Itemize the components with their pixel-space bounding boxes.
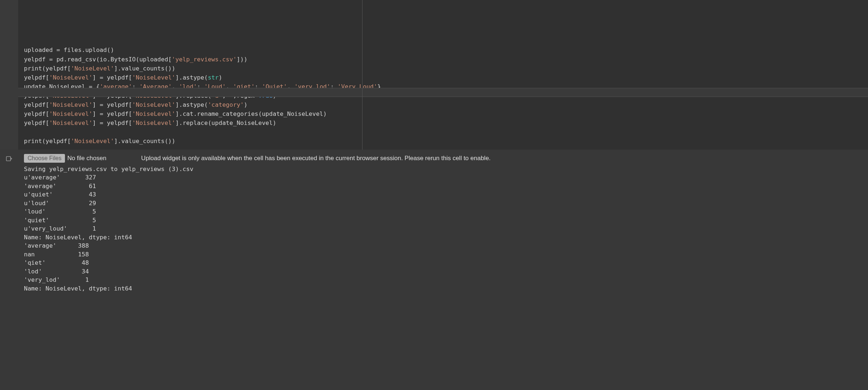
no-file-chosen-label: No file chosen xyxy=(67,155,106,162)
code-line[interactable]: print(yelpdf['NoiseLevel'].value_counts(… xyxy=(24,137,862,146)
code-input-area[interactable]: uploaded = files.upload()yelpdf = pd.rea… xyxy=(0,0,868,150)
code-line[interactable]: update_NoiseLevel = {'average': 'Average… xyxy=(24,82,862,91)
file-upload-widget: Choose Files No file chosen Upload widge… xyxy=(24,154,868,163)
svg-rect-0 xyxy=(7,157,11,161)
code-line[interactable]: uploaded = files.upload() xyxy=(24,45,862,54)
notebook-cell: uploaded = files.upload()yelpdf = pd.rea… xyxy=(0,0,868,296)
output-content: Choose Files No file chosen Upload widge… xyxy=(18,154,868,293)
code-line[interactable]: yelpdf['NoiseLevel'] = yelpdf['NoiseLeve… xyxy=(24,100,862,109)
code-line[interactable]: yelpdf = pd.read_csv(io.BytesIO(uploaded… xyxy=(24,55,862,64)
output-toggle-icon[interactable] xyxy=(5,155,13,293)
code-line[interactable]: yelpdf['NoiseLevel'] = yelpdf['NoiseLeve… xyxy=(24,73,862,82)
code-line[interactable]: yelpdf['NoiseLevel'] = yelpdf['NoiseLeve… xyxy=(24,91,862,100)
code-line[interactable]: yelpdf['NoiseLevel'] = yelpdf['NoiseLeve… xyxy=(24,118,862,127)
code-editor[interactable]: uploaded = files.upload()yelpdf = pd.rea… xyxy=(18,0,868,150)
stdout-text: Saving yelp_reviews.csv to yelp_reviews … xyxy=(24,165,868,293)
choose-files-button[interactable]: Choose Files xyxy=(24,154,65,163)
code-line[interactable]: print(yelpdf['NoiseLevel'].value_counts(… xyxy=(24,64,862,73)
upload-widget-message: Upload widget is only available when the… xyxy=(141,155,491,162)
code-line[interactable] xyxy=(24,127,862,137)
code-line[interactable]: yelpdf['NoiseLevel'] = yelpdf['NoiseLeve… xyxy=(24,109,862,118)
cell-output-area: Choose Files No file chosen Upload widge… xyxy=(0,150,868,297)
code-gutter xyxy=(0,0,18,150)
